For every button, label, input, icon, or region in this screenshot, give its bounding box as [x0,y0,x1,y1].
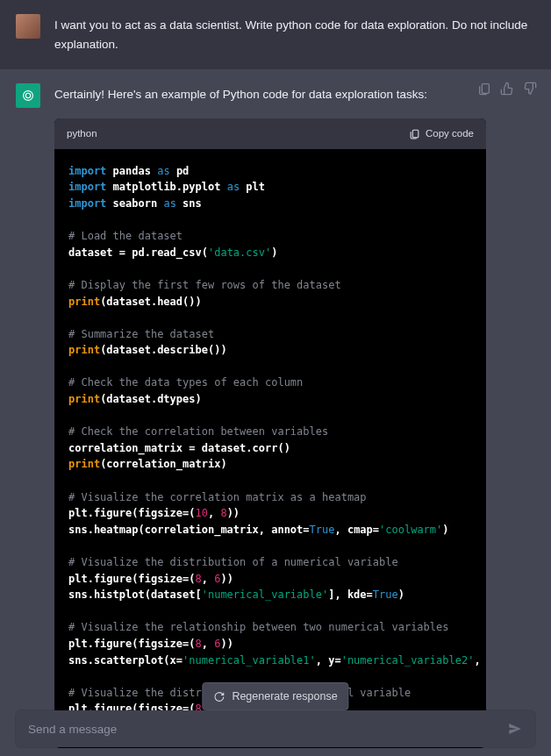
user-message: I want you to act as a data scientist. W… [0,0,551,69]
assistant-message: Certainly! Here's an example of Python c… [0,69,551,756]
user-text: I want you to act as a data scientist. W… [54,14,535,55]
assistant-content: Certainly! Here's an example of Python c… [54,83,535,748]
svg-rect-3 [482,83,489,93]
message-input[interactable] [28,723,507,736]
code-header: python Copy code [54,118,486,149]
code-block: python Copy code import pandas as pd imp… [54,118,486,748]
assistant-avatar [16,83,40,108]
thumbs-down-icon[interactable] [523,82,537,96]
clipboard-icon [409,128,420,139]
user-avatar [16,14,40,39]
message-actions [477,82,537,96]
copy-icon[interactable] [477,82,491,96]
send-icon [507,721,523,737]
send-button[interactable] [507,721,523,737]
assistant-intro: Certainly! Here's an example of Python c… [54,85,535,104]
regenerate-button[interactable]: Regenerate response [202,682,348,710]
copy-code-button[interactable]: Copy code [409,125,474,142]
chat-thread: I want you to act as a data scientist. W… [0,0,551,756]
code-body[interactable]: import pandas as pd import matplotlib.py… [54,149,486,748]
code-language: python [67,125,97,142]
svg-rect-2 [412,130,419,138]
svg-point-1 [25,93,30,97]
svg-point-0 [24,90,33,100]
refresh-icon [213,691,225,703]
thumbs-up-icon[interactable] [500,82,514,96]
message-input-area[interactable] [16,710,535,747]
